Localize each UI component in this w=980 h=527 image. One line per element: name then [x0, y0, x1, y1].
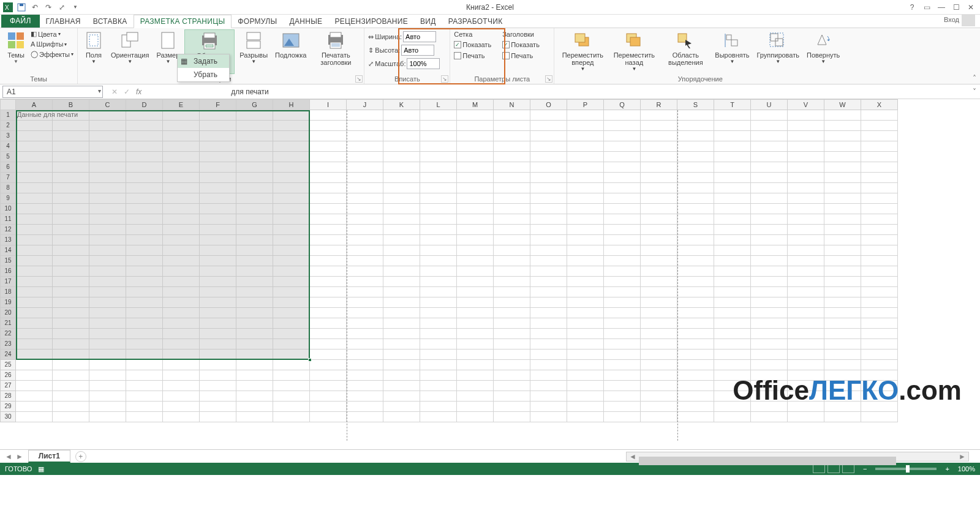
add-sheet-button[interactable]: +: [75, 451, 86, 462]
cell[interactable]: [567, 360, 604, 370]
cell[interactable]: [53, 183, 89, 193]
cell[interactable]: [641, 121, 677, 131]
cell[interactable]: [641, 339, 677, 349]
cell[interactable]: [861, 110, 898, 121]
cell[interactable]: [347, 349, 383, 360]
cell[interactable]: [236, 266, 273, 277]
cell[interactable]: [273, 141, 310, 152]
column-header[interactable]: F: [200, 99, 236, 110]
selection-button[interactable]: Область выделения: [661, 29, 710, 67]
normal-view-button[interactable]: [813, 465, 825, 473]
cell[interactable]: [641, 381, 677, 391]
cell[interactable]: [788, 225, 824, 235]
cell[interactable]: [677, 381, 714, 391]
cell[interactable]: [420, 297, 457, 308]
cell[interactable]: [420, 110, 457, 121]
cell[interactable]: [861, 266, 898, 277]
cell[interactable]: [641, 287, 677, 297]
cell[interactable]: [861, 204, 898, 214]
cell[interactable]: [824, 183, 861, 193]
cell[interactable]: [16, 266, 53, 277]
cell[interactable]: [457, 412, 494, 422]
row-header[interactable]: 27: [0, 381, 16, 391]
row-header[interactable]: 24: [0, 349, 16, 360]
cell[interactable]: [641, 297, 677, 308]
cell[interactable]: [530, 121, 567, 131]
cell[interactable]: [383, 131, 420, 141]
cell[interactable]: [824, 245, 861, 256]
row-header[interactable]: 18: [0, 287, 16, 297]
zoom-out-icon[interactable]: −: [863, 465, 867, 473]
cell[interactable]: [310, 131, 347, 141]
cell[interactable]: [200, 183, 236, 193]
cell[interactable]: [788, 141, 824, 152]
cell[interactable]: [420, 370, 457, 381]
cell[interactable]: [347, 162, 383, 173]
save-icon[interactable]: [16, 2, 27, 13]
cell[interactable]: [751, 287, 788, 297]
cell[interactable]: [751, 152, 788, 162]
column-header[interactable]: J: [347, 99, 383, 110]
cell[interactable]: [126, 287, 163, 297]
cell[interactable]: [604, 121, 641, 131]
cell[interactable]: [126, 204, 163, 214]
cell[interactable]: [861, 235, 898, 245]
cell[interactable]: [788, 277, 824, 287]
cell[interactable]: [163, 256, 200, 266]
cell[interactable]: [200, 391, 236, 402]
cell[interactable]: [273, 391, 310, 402]
cell[interactable]: [383, 349, 420, 360]
cell[interactable]: [788, 183, 824, 193]
cell[interactable]: [604, 225, 641, 235]
cell[interactable]: [714, 193, 751, 204]
cell[interactable]: [530, 204, 567, 214]
cell[interactable]: [677, 214, 714, 225]
cell[interactable]: [126, 214, 163, 225]
cell[interactable]: [824, 141, 861, 152]
dialog-launcher-icon[interactable]: ↘: [441, 75, 448, 83]
select-all-button[interactable]: [0, 99, 16, 110]
cell[interactable]: [677, 173, 714, 183]
cell[interactable]: [567, 297, 604, 308]
cell[interactable]: [126, 152, 163, 162]
cell[interactable]: [236, 391, 273, 402]
cell[interactable]: [714, 339, 751, 349]
cell[interactable]: [347, 256, 383, 266]
row-header[interactable]: 3: [0, 131, 16, 141]
cell[interactable]: [494, 131, 530, 141]
cell[interactable]: [641, 391, 677, 402]
cell[interactable]: [567, 308, 604, 318]
cell[interactable]: [494, 193, 530, 204]
chevron-down-icon[interactable]: ▾: [98, 88, 101, 94]
tab-home[interactable]: ГЛАВНАЯ: [40, 15, 87, 28]
cell[interactable]: [788, 360, 824, 370]
cell[interactable]: [604, 277, 641, 287]
cell[interactable]: [16, 225, 53, 235]
forward-button[interactable]: Переместить вперед▼: [558, 29, 607, 73]
cell[interactable]: [89, 214, 126, 225]
cell[interactable]: [273, 193, 310, 204]
row-header[interactable]: 21: [0, 318, 16, 329]
cell[interactable]: [310, 308, 347, 318]
cell[interactable]: [383, 287, 420, 297]
cell[interactable]: [16, 318, 53, 329]
cell[interactable]: [53, 214, 89, 225]
column-header[interactable]: I: [310, 99, 347, 110]
cell[interactable]: [310, 391, 347, 402]
row-header[interactable]: 1: [0, 110, 16, 121]
cell[interactable]: [604, 204, 641, 214]
cell[interactable]: [236, 235, 273, 245]
cell[interactable]: [604, 329, 641, 339]
cell[interactable]: [273, 245, 310, 256]
cell[interactable]: [383, 402, 420, 412]
cell[interactable]: [310, 121, 347, 131]
cell[interactable]: [126, 318, 163, 329]
cell[interactable]: [677, 110, 714, 121]
cell[interactable]: [714, 318, 751, 329]
cell[interactable]: [347, 370, 383, 381]
cell[interactable]: [89, 162, 126, 173]
cell[interactable]: [530, 318, 567, 329]
cell[interactable]: [89, 193, 126, 204]
row-header[interactable]: 28: [0, 391, 16, 402]
cell[interactable]: [494, 339, 530, 349]
